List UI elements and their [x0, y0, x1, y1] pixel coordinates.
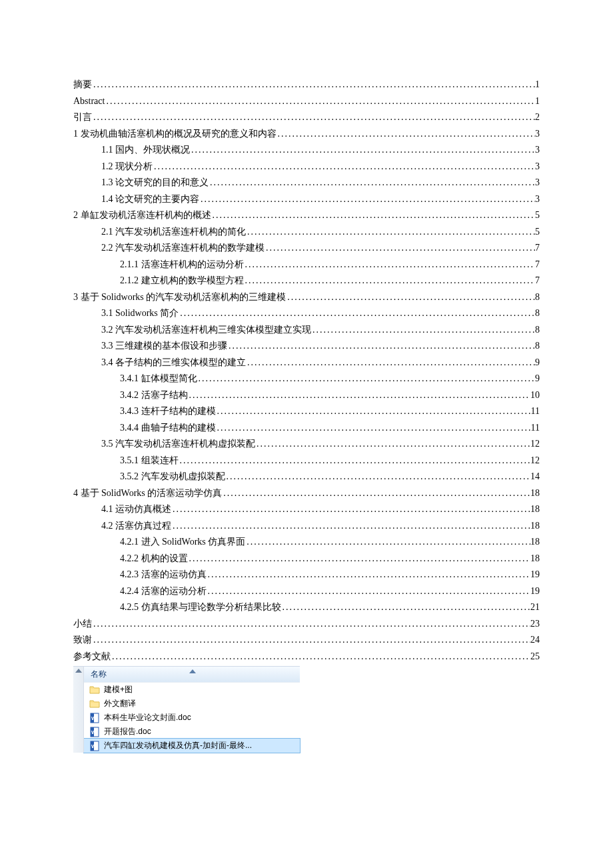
toc-entry[interactable]: 致谢24	[73, 632, 540, 649]
toc-entry-page: 3	[535, 142, 540, 159]
toc-entry[interactable]: 3.5.1 组装连杆12	[73, 453, 540, 469]
toc-entry-page: 2	[535, 109, 540, 126]
toc-entry[interactable]: 1.3 论文研究的目的和意义3	[73, 175, 540, 191]
scrollbar-track[interactable]	[73, 667, 84, 753]
toc-leader-dots	[222, 485, 530, 502]
word-doc-icon: W	[89, 727, 100, 737]
toc-entry-page: 3	[535, 126, 540, 143]
toc-entry[interactable]: Abstract1	[73, 93, 540, 110]
toc-entry-page: 9	[535, 371, 540, 387]
column-header[interactable]: 名称	[84, 667, 300, 683]
toc-entry[interactable]: 3.5.2 汽车发动机虚拟装配14	[73, 469, 540, 485]
toc-entry[interactable]: 3.4 各子结构的三维实体模型的建立9	[73, 355, 540, 371]
toc-entry-label: 2.2 汽车发动机活塞连杆机构的数学建模	[101, 240, 265, 257]
toc-entry[interactable]: 4.2.5 仿真结果与理论数学分析结果比较21	[73, 599, 540, 616]
file-row[interactable]: W本科生毕业论文封面.doc	[84, 711, 300, 725]
toc-entry-page: 18	[530, 551, 540, 567]
toc-entry[interactable]: 4.2.2 机构的设置18	[73, 551, 540, 567]
toc-leader-dots	[225, 469, 531, 485]
toc-entry[interactable]: 3.2 汽车发动机活塞连杆机构三维实体模型建立实现8	[73, 322, 540, 339]
toc-entry-page: 11	[531, 420, 540, 437]
toc-entry-label: 4.2.2 机构的设置	[120, 551, 188, 567]
toc-leader-dots	[246, 224, 535, 241]
toc-entry[interactable]: 4.2.1 进入 SolidWorks 仿真界面18	[73, 534, 540, 551]
toc-entry[interactable]: 4.1 运动仿真概述18	[73, 501, 540, 518]
toc-entry-page: 18	[530, 501, 540, 518]
toc-entry[interactable]: 小结23	[73, 616, 540, 633]
toc-entry[interactable]: 参考文献25	[73, 649, 540, 665]
toc-entry-label: 3.4.3 连杆子结构的建模	[120, 403, 216, 420]
toc-entry[interactable]: 1.4 论文研究的主要内容3	[73, 191, 540, 208]
toc-entry-label: 致谢	[73, 632, 92, 649]
toc-entry[interactable]: 4.2 活塞仿真过程18	[73, 518, 540, 535]
toc-entry-page: 7	[535, 257, 540, 273]
folder-icon	[89, 685, 100, 695]
toc-leader-dots	[216, 420, 531, 437]
toc-entry-label: 3.5.2 汽车发动机虚拟装配	[120, 469, 225, 485]
toc-leader-dots	[179, 453, 531, 469]
toc-leader-dots	[246, 355, 535, 371]
toc-entry-label: 1.4 论文研究的主要内容	[101, 191, 199, 208]
toc-entry[interactable]: 3.4.2 活塞子结构10	[73, 387, 540, 404]
document-page: 摘要1Abstract1引言21 发动机曲轴活塞机构的概况及研究的意义和内容31…	[0, 0, 613, 753]
toc-entry-page: 8	[535, 289, 540, 306]
toc-entry[interactable]: 2.1 汽车发动机活塞连杆机构的简化5	[73, 224, 540, 241]
toc-entry[interactable]: 3.4.1 缸体模型简化9	[73, 371, 540, 387]
toc-entry-page: 21	[530, 599, 540, 616]
toc-entry-page: 24	[530, 632, 540, 649]
toc-entry[interactable]: 1.2 现状分析3	[73, 159, 540, 175]
toc-entry[interactable]: 3.3 三维建模的基本假设和步骤8	[73, 338, 540, 355]
toc-entry[interactable]: 3 基于 Solidworks 的汽车发动机活塞机构的三维建模8	[73, 289, 540, 306]
toc-entry-page: 1	[535, 93, 540, 110]
toc-entry[interactable]: 1.1 国内、外现状概况3	[73, 142, 540, 159]
toc-entry[interactable]: 2 单缸发动机活塞连杆机构的概述5	[73, 207, 540, 224]
toc-entry-page: 19	[530, 583, 540, 600]
toc-entry-label: 3.4 各子结构的三维实体模型的建立	[101, 355, 246, 371]
file-name: 本科生毕业论文封面.doc	[104, 712, 191, 723]
file-name: 汽车四缸发动机建模及仿真-加封面-最终...	[104, 740, 252, 751]
toc-entry-label: 4.2.4 活塞的运动分析	[120, 583, 207, 600]
toc-entry[interactable]: 4.2.3 活塞的运动仿真19	[73, 567, 540, 583]
toc-entry-page: 18	[530, 518, 540, 535]
toc-entry[interactable]: 3.4.4 曲轴子结构的建模11	[73, 420, 540, 437]
toc-leader-dots	[245, 534, 530, 551]
toc-entry[interactable]: 1 发动机曲轴活塞机构的概况及研究的意义和内容3	[73, 126, 540, 143]
toc-leader-dots	[244, 257, 536, 273]
toc-entry-page: 8	[535, 322, 540, 339]
toc-entry[interactable]: 3.1 Solidworks 简介8	[73, 305, 540, 322]
toc-entry[interactable]: 3.4.3 连杆子结构的建模11	[73, 403, 540, 420]
toc-entry[interactable]: 3.5 汽车发动机活塞连杆机构虚拟装配12	[73, 436, 540, 453]
toc-leader-dots	[171, 501, 530, 518]
file-row[interactable]: W开题报告.doc	[84, 725, 300, 739]
toc-entry-label: 3 基于 Solidworks 的汽车发动机活塞机构的三维建模	[73, 289, 286, 306]
toc-entry-label: 1.1 国内、外现状概况	[101, 142, 190, 159]
toc-leader-dots	[211, 207, 536, 224]
toc-entry-page: 10	[530, 387, 540, 404]
toc-entry[interactable]: 2.2 汽车发动机活塞连杆机构的数学建模7	[73, 240, 540, 257]
file-row[interactable]: 建模+图	[84, 683, 300, 697]
toc-entry-page: 7	[535, 273, 540, 289]
toc-entry[interactable]: 2.1.1 活塞连杆机构的运动分析7	[73, 257, 540, 273]
toc-entry-page: 14	[530, 469, 540, 485]
toc-entry[interactable]: 摘要1	[73, 77, 540, 93]
toc-leader-dots	[281, 599, 531, 616]
toc-entry-page: 23	[530, 616, 540, 633]
toc-leader-dots	[207, 583, 531, 600]
toc-entry[interactable]: 2.1.2 建立机构的数学模型方程7	[73, 273, 540, 289]
toc-entry[interactable]: 4 基于 SolidWorks 的活塞运动学仿真18	[73, 485, 540, 502]
toc-entry-label: 小结	[73, 616, 92, 633]
toc-entry[interactable]: 引言2	[73, 109, 540, 126]
toc-entry-label: 1.3 论文研究的目的和意义	[101, 175, 209, 191]
toc-leader-dots	[171, 518, 530, 535]
file-row[interactable]: W汽车四缸发动机建模及仿真-加封面-最终...	[84, 739, 300, 753]
toc-leader-dots	[244, 273, 536, 289]
toc-leader-dots	[92, 632, 530, 649]
toc-leader-dots	[286, 289, 535, 306]
toc-leader-dots	[188, 387, 531, 404]
file-row[interactable]: 外文翻译	[84, 697, 300, 711]
toc-entry-label: 引言	[73, 109, 92, 126]
word-doc-icon: W	[89, 741, 100, 751]
toc-leader-dots	[92, 77, 535, 93]
scroll-up-icon[interactable]	[75, 669, 82, 673]
toc-entry[interactable]: 4.2.4 活塞的运动分析19	[73, 583, 540, 600]
